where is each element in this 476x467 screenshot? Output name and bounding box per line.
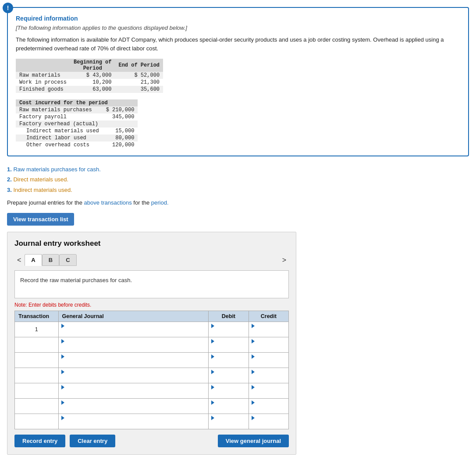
worksheet-tab-b[interactable]: B <box>42 254 59 266</box>
journal-row <box>15 337 289 353</box>
debit-cell[interactable] <box>209 414 249 429</box>
transaction-cell <box>15 414 59 429</box>
prepare-text: Prepare journal entries for the above tr… <box>7 199 469 206</box>
cost-row: Factory overhead (actual) <box>16 120 138 127</box>
row-indicator <box>61 370 64 374</box>
subtitle-text: [The following information applies to th… <box>16 25 460 31</box>
cost-table-header: Cost incurred for the period <box>16 99 138 106</box>
transaction-cell <box>15 353 59 368</box>
debit-input[interactable] <box>211 329 245 336</box>
credit-cell[interactable] <box>249 399 288 414</box>
journal-entry-cell[interactable] <box>58 353 209 368</box>
journal-worksheet: Journal entry worksheet < ABC > Record t… <box>7 232 296 455</box>
description-text: The following information is available f… <box>16 35 460 53</box>
journal-row <box>15 383 289 399</box>
debit-input[interactable] <box>211 345 245 351</box>
credit-cell[interactable] <box>249 337 288 353</box>
journal-input[interactable] <box>61 421 206 428</box>
journal-input[interactable] <box>61 375 206 382</box>
row-indicator <box>61 339 64 343</box>
credit-indicator <box>252 354 255 359</box>
credit-indicator <box>252 339 255 343</box>
journal-input[interactable] <box>61 360 206 366</box>
debit-input[interactable] <box>211 391 245 397</box>
view-transaction-list-button[interactable]: View transaction list <box>7 213 74 226</box>
credit-indicator <box>252 400 255 405</box>
inventory-row: Finished goods63,00035,600 <box>16 86 163 93</box>
row-indicator <box>61 324 64 328</box>
credit-indicator <box>252 416 255 420</box>
inv-col-end: End of Period <box>115 59 163 72</box>
row-indicator <box>61 400 64 405</box>
cost-row: Indirect materials used15,000 <box>16 127 138 134</box>
journal-entry-cell[interactable] <box>58 414 209 429</box>
col-transaction: Transaction <box>15 311 59 322</box>
inventory-table: Beginning ofPeriod End of Period Raw mat… <box>16 59 163 93</box>
credit-cell[interactable] <box>249 383 288 399</box>
question-item: 1. Raw materials purchases for cash. <box>7 164 469 174</box>
cost-row: Factory payroll345,000 <box>16 113 138 120</box>
row-indicator <box>61 354 64 359</box>
debit-cell[interactable] <box>209 383 249 399</box>
worksheet-title: Journal entry worksheet <box>14 239 289 248</box>
debit-cell[interactable] <box>209 353 249 368</box>
journal-input[interactable] <box>61 329 206 336</box>
debit-input[interactable] <box>211 406 245 412</box>
questions-list: 1. Raw materials purchases for cash.2. D… <box>7 164 469 195</box>
credit-input[interactable] <box>252 406 286 412</box>
credit-input[interactable] <box>252 345 286 351</box>
credit-input[interactable] <box>252 421 286 428</box>
record-entry-button[interactable]: Record entry <box>14 435 65 447</box>
credit-cell[interactable] <box>249 414 288 429</box>
debit-cell[interactable] <box>209 368 249 383</box>
journal-entry-cell[interactable] <box>58 322 209 337</box>
debit-cell[interactable] <box>209 399 249 414</box>
credit-input[interactable] <box>252 375 286 382</box>
tabs-row: < ABC > <box>14 254 289 266</box>
debit-input[interactable] <box>211 360 245 366</box>
journal-entry-cell[interactable] <box>58 368 209 383</box>
journal-entry-cell[interactable] <box>58 383 209 399</box>
cost-row: Indirect labor used80,000 <box>16 134 138 142</box>
col-credit: Credit <box>249 311 288 322</box>
journal-entry-cell[interactable] <box>58 399 209 414</box>
credit-input[interactable] <box>252 360 286 366</box>
debit-indicator <box>211 416 214 420</box>
credit-cell[interactable] <box>249 322 288 337</box>
col-debit: Debit <box>209 311 249 322</box>
credit-input[interactable] <box>252 391 286 397</box>
worksheet-tab-a[interactable]: A <box>25 254 42 266</box>
credit-indicator <box>252 385 255 389</box>
journal-table: Transaction General Journal Debit Credit… <box>14 311 289 429</box>
debit-indicator <box>211 324 214 328</box>
debit-cell[interactable] <box>209 337 249 353</box>
debit-cell[interactable] <box>209 322 249 337</box>
row-indicator <box>61 385 64 389</box>
view-general-journal-button[interactable]: View general journal <box>218 435 289 447</box>
clear-entry-button[interactable]: Clear entry <box>70 435 115 447</box>
cost-row: Other overhead costs120,000 <box>16 142 138 149</box>
inventory-row: Raw materials$ 43,000$ 52,000 <box>16 72 163 79</box>
journal-row <box>15 399 289 414</box>
credit-input[interactable] <box>252 329 286 336</box>
journal-input[interactable] <box>61 345 206 351</box>
journal-input[interactable] <box>61 391 206 397</box>
inventory-row: Work in process10,20021,300 <box>16 79 163 86</box>
required-info-title: Required information <box>16 15 460 22</box>
worksheet-description: Record the raw material purchases for ca… <box>14 270 289 298</box>
journal-entry-cell[interactable] <box>58 337 209 353</box>
next-tab-arrow[interactable]: > <box>280 255 289 265</box>
debit-indicator <box>211 339 214 343</box>
credit-cell[interactable] <box>249 353 288 368</box>
debit-input[interactable] <box>211 375 245 382</box>
worksheet-tab-c[interactable]: C <box>59 254 76 266</box>
question-item: 3. Indirect materials used. <box>7 185 469 195</box>
journal-input[interactable] <box>61 406 206 412</box>
credit-cell[interactable] <box>249 368 288 383</box>
prev-tab-arrow[interactable]: < <box>14 255 24 265</box>
row-indicator <box>61 416 64 420</box>
info-icon: ! <box>3 3 13 13</box>
debit-indicator <box>211 385 214 389</box>
cost-table: Cost incurred for the period Raw materia… <box>16 99 138 149</box>
debit-input[interactable] <box>211 421 245 428</box>
